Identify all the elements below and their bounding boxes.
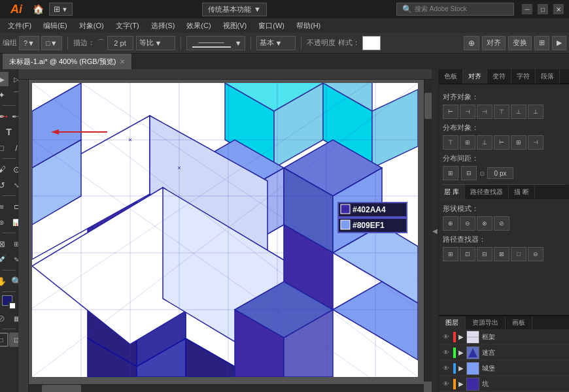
menu-edit[interactable]: 编辑(E) [38, 20, 73, 32]
divide-btn[interactable]: ⊞ [443, 247, 458, 261]
screen-mode-btn[interactable]: □ [0, 333, 9, 347]
layer-name-castle[interactable]: 城堡 [482, 364, 566, 373]
exclude-btn[interactable]: ⊘ [494, 216, 509, 231]
distribute-distance-input[interactable] [487, 167, 513, 179]
layer-item-maze[interactable]: 👁 ▶ 迷宫 [439, 345, 569, 361]
tab-desc[interactable]: 描 断 [509, 185, 535, 199]
group-question-btn[interactable]: ?▼ [19, 36, 39, 50]
selection-tool[interactable]: ▶ [0, 72, 9, 86]
align-center-h-btn[interactable]: ⊣ [460, 105, 475, 119]
outline-btn[interactable]: □ [511, 247, 526, 261]
stroke-style-dropdown[interactable]: ───── ▼ [186, 36, 245, 50]
horizontal-scrollbar[interactable] [29, 384, 424, 392]
trim-btn[interactable]: ⊡ [460, 247, 475, 261]
align-left-btn[interactable]: ⊢ [443, 105, 458, 119]
rotate-tool[interactable]: ↺ [0, 178, 9, 192]
style-dropdown[interactable]: 基本▼ [256, 36, 296, 50]
layer-eye-maze[interactable]: 👁 [441, 348, 451, 357]
extra-btn2[interactable]: ▶ [552, 36, 566, 50]
gradient-tool[interactable]: ⊠ [0, 237, 9, 251]
layer-name-framework[interactable]: 框架 [482, 333, 566, 342]
transform-btn[interactable]: 变换 [508, 36, 532, 50]
tab-layers-section[interactable]: 层 库 [439, 185, 465, 199]
right-section-tabs: 层 库 路径查找器 描 断 [439, 185, 569, 200]
none-icon[interactable]: ⊘ [0, 311, 9, 325]
tab-paragraph[interactable]: 段落 [536, 69, 560, 84]
dist-right-btn[interactable]: ⊣ [528, 135, 543, 150]
tab-layers[interactable]: 图层 [439, 316, 466, 329]
layer-eye-framework[interactable]: 👁 [441, 333, 451, 342]
stroke-type-dropdown[interactable]: 等比▼ [136, 36, 175, 50]
workspace-dropdown[interactable]: 传统基本功能 ▼ [202, 3, 267, 16]
svg-rect-58 [341, 204, 350, 214]
layout-switcher[interactable]: ⊞ ▼ [49, 3, 73, 16]
align-right-btn[interactable]: ⊣ [477, 105, 492, 119]
artwork-svg[interactable]: #402AA4 #809EF1 [32, 83, 418, 377]
intersect-btn[interactable]: ⊗ [477, 216, 492, 231]
tab-character[interactable]: 字符 [511, 69, 536, 84]
layer-name-pit[interactable]: 坑 [482, 380, 566, 389]
stroke-color-swatch[interactable] [9, 302, 16, 310]
layer-eye-castle[interactable]: 👁 [441, 364, 451, 373]
type-tool[interactable]: T [2, 125, 16, 139]
align-center-v-btn[interactable]: ⊥ [511, 105, 526, 119]
menu-window[interactable]: 窗口(W) [253, 20, 290, 32]
extra-btn1[interactable]: ⊞ [534, 36, 549, 50]
maximize-button[interactable]: □ [538, 4, 548, 14]
dist-h-space-btn[interactable]: ⊞ [443, 166, 458, 180]
dist-top-btn[interactable]: ⊤ [443, 135, 458, 150]
vertical-scrollbar[interactable] [424, 80, 432, 382]
tab-align[interactable]: 对齐 [463, 69, 487, 84]
tab-assets[interactable]: 资源导出 [466, 316, 506, 329]
home-icon[interactable]: 🏠 [33, 4, 44, 14]
menu-object[interactable]: 对象(O) [74, 20, 109, 32]
minus-front-btn[interactable]: ⊖ [460, 216, 475, 231]
close-button[interactable]: ✕ [553, 4, 564, 14]
align-panel-btn[interactable]: 对齐 [482, 36, 506, 50]
menu-file[interactable]: 文件(F) [3, 20, 37, 32]
menu-select[interactable]: 选择(S) [146, 20, 181, 32]
menu-effect[interactable]: 效果(C) [181, 20, 216, 32]
symbol-tool[interactable]: ⊛ [0, 215, 9, 229]
dist-left-btn[interactable]: ⊢ [494, 135, 509, 150]
tab-close-btn[interactable]: ✕ [120, 58, 125, 65]
dist-bottom-btn[interactable]: ⊥ [477, 135, 492, 150]
tab-transform[interactable]: 变符 [487, 69, 511, 84]
minimize-button[interactable]: ─ [522, 4, 532, 14]
minus-back-btn[interactable]: ⊖ [528, 247, 543, 261]
menu-text[interactable]: 文字(T) [111, 20, 145, 32]
warp-tool[interactable]: ≋ [0, 199, 9, 214]
merge-btn[interactable]: ⊟ [477, 247, 492, 261]
style-swatch-btn[interactable] [362, 36, 381, 50]
tab-pathfinder[interactable]: 路径查找器 [465, 185, 509, 199]
canvas-content[interactable]: #402AA4 #809EF1 [29, 80, 432, 392]
unite-btn[interactable]: ⊕ [443, 216, 458, 231]
tab-artboards[interactable]: 画板 [506, 316, 532, 329]
eyedropper-tool[interactable]: 💉 [0, 252, 9, 267]
paintbrush-tool[interactable]: 🖌 [0, 162, 9, 176]
layer-item-pit[interactable]: 👁 ▶ 坑 [439, 376, 569, 392]
dist-v-space-btn[interactable]: ⊟ [461, 166, 477, 180]
document-tab[interactable]: 未标题-1.ai* @ 400% (RGB/预览) ✕ [3, 54, 132, 69]
global-edit-btn[interactable]: ⊕ [464, 36, 479, 50]
rectangle-tool[interactable]: □ [0, 140, 9, 155]
hand-tool[interactable]: ✋ [0, 274, 9, 288]
dist-vcenter-btn[interactable]: ⊞ [460, 135, 475, 150]
layer-item-castle[interactable]: 👁 ▶ 城堡 [439, 361, 569, 376]
magic-wand-tool[interactable]: ✦ [0, 88, 9, 102]
object-type-btn[interactable]: □▼ [41, 36, 62, 50]
align-bottom-btn[interactable]: ⊥ [528, 105, 543, 119]
pen-tool[interactable]: ✒ → [0, 109, 9, 123]
menu-help[interactable]: 帮助(H) [291, 20, 326, 32]
layer-eye-pit[interactable]: 👁 [441, 380, 451, 389]
crop-btn[interactable]: ⊠ [494, 247, 509, 261]
dist-hcenter-btn[interactable]: ⊞ [511, 135, 526, 150]
layer-name-maze[interactable]: 迷宫 [482, 348, 566, 357]
side-collapse-left[interactable]: ◀ [432, 69, 438, 392]
layer-item-framework[interactable]: 👁 ▶ 框架 [439, 329, 569, 345]
menu-view[interactable]: 视图(V) [218, 20, 252, 32]
stroke-value-input[interactable] [107, 36, 133, 50]
search-stock[interactable]: 🔍 搜索 Adobe Stock [396, 3, 514, 16]
tab-color-swatches[interactable]: 色板 [439, 69, 463, 84]
align-top-btn[interactable]: ⊤ [494, 105, 509, 119]
